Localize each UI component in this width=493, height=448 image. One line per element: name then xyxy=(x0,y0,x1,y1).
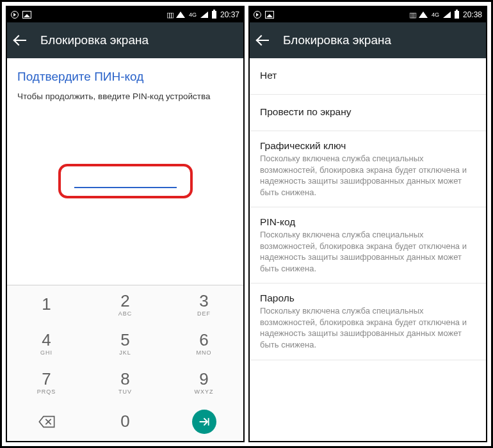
option-subtitle: Поскольку включена служба специальных во… xyxy=(260,305,476,350)
option-none[interactable]: Нет xyxy=(250,58,486,95)
option-title: PIN-код xyxy=(260,216,476,228)
confirm-heading: Подтвердите ПИН-код xyxy=(17,70,233,84)
wifi-icon xyxy=(176,12,185,18)
appbar-title: Блокировка экрана xyxy=(40,33,149,47)
pin-confirm-area: Подтвердите ПИН-код Чтобы продолжить, вв… xyxy=(7,58,243,285)
key-7[interactable]: 7 PRQS xyxy=(7,364,86,403)
option-title: Пароль xyxy=(260,292,476,304)
option-subtitle: Поскольку включена служба специальных во… xyxy=(260,229,476,274)
vibrate-icon: ▯▯▯ xyxy=(166,11,172,19)
option-pattern[interactable]: Графический ключ Поскольку включена служ… xyxy=(250,131,486,207)
option-title: Графический ключ xyxy=(260,140,476,152)
battery-icon xyxy=(455,11,459,19)
key-backspace[interactable] xyxy=(7,402,86,441)
key-digit: 9 xyxy=(199,371,208,387)
vibrate-icon: ▯▯▯ xyxy=(409,11,415,19)
option-title: Провести по экрану xyxy=(260,106,476,118)
play-icon xyxy=(254,11,261,19)
status-bar: ▯▯▯ 4G 20:38 xyxy=(250,7,486,22)
key-2[interactable]: 2 ABC xyxy=(86,285,165,324)
key-digit: 6 xyxy=(199,332,208,348)
key-digit: 2 xyxy=(120,292,129,309)
key-0[interactable]: 0 xyxy=(86,402,165,441)
key-letters: DEF xyxy=(197,310,211,317)
option-subtitle: Поскольку включена служба специальных во… xyxy=(260,153,476,198)
status-bar: ▯▯▯ 4G 20:37 xyxy=(7,7,243,22)
key-letters: GHI xyxy=(40,349,53,356)
key-digit: 3 xyxy=(199,292,208,309)
signal-icon xyxy=(443,12,451,18)
backspace-icon xyxy=(38,415,56,428)
key-9[interactable]: 9 WXYZ xyxy=(165,364,243,403)
numeric-keypad: 1 2 ABC 3 DEF 4 GHI 5 JKL 6 MNO xyxy=(7,285,243,441)
phone-left: ▯▯▯ 4G 20:37 Блокировка экрана Подтверди… xyxy=(6,6,245,442)
key-letters: TUV xyxy=(118,388,132,395)
confirm-subtext: Чтобы продолжить, введите PIN-код устрой… xyxy=(17,92,233,101)
app-bar: Блокировка экрана xyxy=(250,22,486,58)
key-letters: WXYZ xyxy=(195,388,214,395)
pin-input[interactable] xyxy=(74,187,177,188)
network-label: 4G xyxy=(189,12,197,18)
key-letters: ABC xyxy=(118,310,133,317)
clock: 20:37 xyxy=(220,10,239,19)
key-digit: 1 xyxy=(42,296,51,312)
key-5[interactable]: 5 JKL xyxy=(86,324,165,364)
wifi-icon xyxy=(419,12,428,18)
key-letters: PRQS xyxy=(37,388,56,395)
app-bar: Блокировка экрана xyxy=(7,22,243,58)
picture-icon xyxy=(265,11,274,19)
key-3[interactable]: 3 DEF xyxy=(165,285,243,324)
key-letters: MNO xyxy=(197,349,212,356)
battery-icon xyxy=(212,11,216,19)
lock-options-list: Нет Провести по экрану Графический ключ … xyxy=(250,58,486,441)
back-arrow-icon[interactable] xyxy=(257,34,270,47)
key-digit: 7 xyxy=(42,371,51,387)
pin-input-highlight xyxy=(58,164,193,198)
option-title: Нет xyxy=(260,70,476,81)
network-label: 4G xyxy=(432,12,439,18)
signal-icon xyxy=(200,12,208,18)
key-digit: 4 xyxy=(42,332,51,348)
enter-icon xyxy=(192,410,216,434)
key-digit: 0 xyxy=(120,413,129,429)
phone-right: ▯▯▯ 4G 20:38 Блокировка экрана Нет Прове… xyxy=(248,6,487,442)
key-digit: 5 xyxy=(120,332,129,348)
key-enter[interactable] xyxy=(165,402,243,441)
key-4[interactable]: 4 GHI xyxy=(7,324,86,364)
appbar-title: Блокировка экрана xyxy=(283,33,391,47)
key-digit: 8 xyxy=(120,371,129,387)
option-pin[interactable]: PIN-код Поскольку включена служба специа… xyxy=(250,207,486,284)
option-password[interactable]: Пароль Поскольку включена служба специал… xyxy=(250,284,486,360)
key-letters: JKL xyxy=(119,349,131,356)
picture-icon xyxy=(22,11,31,19)
clock: 20:38 xyxy=(463,10,482,19)
key-8[interactable]: 8 TUV xyxy=(86,364,165,403)
key-1[interactable]: 1 xyxy=(7,285,86,324)
option-swipe[interactable]: Провести по экрану xyxy=(250,95,486,131)
back-arrow-icon[interactable] xyxy=(15,34,28,47)
key-6[interactable]: 6 MNO xyxy=(165,324,243,364)
play-icon xyxy=(11,11,19,19)
